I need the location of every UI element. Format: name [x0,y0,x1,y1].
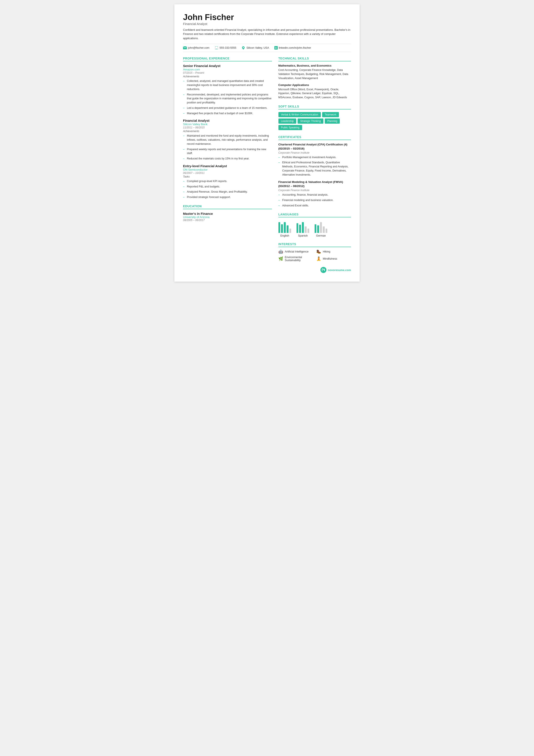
cert-bullet-1-2: Ethical and Professional Standards, Quan… [278,160,351,177]
bullet-3-1: Compiled group-level KPI reports. [183,179,272,183]
cert-bullet-2-3: Advanced Excel skills. [278,203,351,208]
cert-bullet-2-1: Accounting, finance, financial analysis. [278,193,351,197]
lang-bar-s1 [296,223,298,233]
interest-hiking-label: Hiking [323,250,330,253]
lang-bar-g2 [317,225,319,233]
bullet-3-3: Analyzed Revenue, Gross Margin, and Prof… [183,190,272,194]
soft-skills-section: SOFT SKILLS Verbal & Written Communicati… [278,105,351,130]
lang-bar-e1 [278,222,280,233]
bullet-1-2: Recommended, developed, and implemented … [183,93,272,105]
lang-bar-e4 [287,225,289,233]
interests-title: INTERESTS [278,242,351,247]
bullet-1-3: Led a department and provided guidance t… [183,106,272,110]
lang-bar-e5 [290,229,291,233]
lang-bar-g3 [320,222,322,233]
bullet-1-1: Collected, analyzed, and managed quantit… [183,79,272,91]
interest-env: 🌿 Environmental Sustainability [278,256,313,262]
bullet-3-2: Reported P&L and budgets. [183,185,272,189]
contact-phone: 555-333-5555 [215,46,237,49]
languages-title: LANGUAGES [278,213,351,217]
linkedin-text: linkedin.com/in/john.fischer [279,46,311,49]
skill-tag-5: Public Speaking [278,125,302,130]
cert-bullets-1: Portfolio Management & Investment Analys… [278,155,351,177]
bullets-2: Maintained and monitored the fund and eq… [183,134,272,161]
lang-english: English [278,220,291,237]
cert-title-1: Chartered Financial Analyst (CFA) Certif… [278,143,351,151]
interests-grid: 🤖 Artificial Intelligence 🥾 Hiking 🌿 Env… [278,250,351,262]
skill-tag-4: Planning [325,119,340,124]
dates-2: 11/2011 – 06/2015 [183,126,272,129]
cert-bullet-1-1: Portfolio Management & Investment Analys… [278,155,351,159]
job-title-3: Entry-level Financial Analyst [183,164,272,168]
main-content: PROFESSIONAL EXPERIENCE Senior Financial… [183,57,351,273]
branding-bar: novoresume.com [278,267,351,273]
left-column: PROFESSIONAL EXPERIENCE Senior Financial… [183,57,272,273]
label-2: Achievements [183,130,272,133]
linkedin-icon: in [274,46,278,49]
bullet-2-3: Reduced the materials costs by 15% in my… [183,157,272,161]
interest-hiking: 🥾 Hiking [316,250,351,254]
lang-bars-english [278,220,291,233]
cert-org-1: Corporate Finance Institute [278,151,351,154]
cert-entry-1: Chartered Financial Analyst (CFA) Certif… [278,143,351,177]
company-1: Amazon.com [183,68,272,71]
certificates-section: CERTIFICATES Chartered Financial Analyst… [278,135,351,208]
lang-bar-s5 [308,229,309,233]
location-text: Silicon Valley, USA [246,46,269,49]
lang-bars-spanish [296,220,309,233]
location-icon [242,46,245,49]
lang-bar-s3 [302,222,304,233]
contact-bar: john@fischer.com 555-333-5555 [183,44,351,52]
bullet-2-2: Prepared weekly reports and led presenta… [183,148,272,155]
lang-bar-e3 [284,222,286,233]
job-entry-1: Senior Financial Analyst Amazon.com 07/2… [183,64,272,115]
soft-skills-title: SOFT SKILLS [278,105,351,109]
bullet-1-4: Managed five projects that had a budget … [183,111,272,116]
skill-cat-text-2: Microsoft Office (Word, Excel, Powerpoin… [278,88,351,99]
mindfulness-icon: 🧘 [316,257,321,261]
skill-tag-3: Strategic Thinking [297,119,323,124]
lang-name-english: English [280,234,289,237]
bullet-2-1: Maintained and monitored the fund and eq… [183,134,272,146]
interests-section: INTERESTS 🤖 Artificial Intelligence 🥾 Hi… [278,242,351,262]
lang-name-german: German [316,234,326,237]
edu-entry-1: Master's in Finance University of Arizon… [183,212,272,222]
lang-bar-g4 [323,227,325,233]
lang-name-spanish: Spanish [298,234,308,237]
professional-experience-title: PROFESSIONAL EXPERIENCE [183,57,272,61]
dates-3: 06/2007 – 10/2011 [183,172,272,175]
technical-skills-section: TECHNICAL SKILLS Mathematics, Business, … [278,57,351,99]
bullets-3: Compiled group-level KPI reports. Report… [183,179,272,199]
job-entry-2: Financial Analyst Silicon Valley Bank 11… [183,119,272,161]
svg-point-3 [243,47,244,48]
education-title: EDUCATION [183,204,272,209]
contact-email: john@fischer.com [183,46,210,49]
candidate-name: John Fischer [183,13,351,22]
languages-section: LANGUAGES English [278,213,351,237]
interest-mindfulness: 🧘 Mindfulness [316,256,351,262]
novoresume-icon [320,267,326,273]
edu-dates-1: 08/2005 – 06/2017 [183,219,272,222]
cert-bullet-2-2: Financial modeling and business valuatio… [278,198,351,202]
dates-1: 07/2015 – Present [183,71,272,74]
contact-linkedin: in linkedin.com/in/john.fischer [274,46,311,49]
email-text: john@fischer.com [188,46,210,49]
phone-icon [215,46,218,49]
company-3: ON Semiconductor [183,168,272,171]
lang-spanish: Spanish [296,220,309,237]
interest-ai-label: Artificial Intelligence [285,250,309,253]
skill-tag-0: Verbal & Written Communication [278,112,321,117]
label-3: Tasks [183,175,272,178]
candidate-title: Financial Analyst [183,22,351,26]
job-title-1: Senior Financial Analyst [183,64,272,68]
lang-german: German [315,220,327,237]
school-1: University of Arizona [183,215,272,219]
technical-skills-title: TECHNICAL SKILLS [278,57,351,61]
candidate-summary: Confident and teamwork-oriented Financia… [183,28,351,40]
cert-bullets-2: Accounting, finance, financial analysis.… [278,193,351,207]
hiking-icon: 🥾 [316,250,321,254]
cert-entry-2: Financial Modeling & Valuation Analyst (… [278,180,351,207]
label-1: Achievements [183,75,272,78]
company-2: Silicon Valley Bank [183,122,272,126]
lang-bars-german [315,220,327,233]
